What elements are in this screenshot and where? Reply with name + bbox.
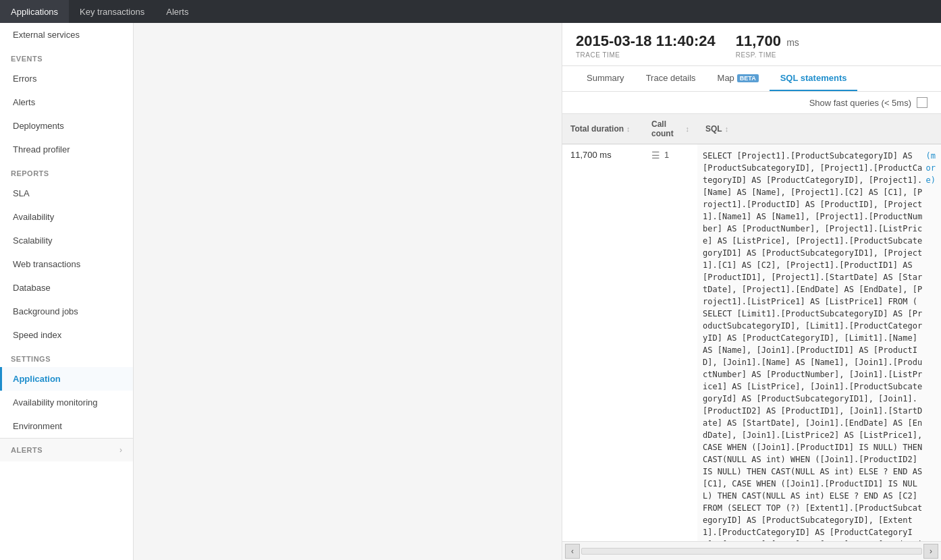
sidebar-item-web-transactions[interactable]: Web transactions bbox=[0, 252, 133, 276]
sidebar-item-thread-profiler[interactable]: Thread profiler bbox=[0, 138, 133, 161]
sidebar-alerts-toggle[interactable]: ALERTS › bbox=[0, 438, 133, 461]
sidebar-item-availability-monitoring[interactable]: Availability monitoring bbox=[0, 391, 133, 414]
resp-time-value: 11,700 ms bbox=[736, 32, 799, 50]
trace-time-block: 2015-03-18 11:40:24 TRACE TIME bbox=[576, 32, 716, 59]
nav-alerts[interactable]: Alerts bbox=[155, 0, 199, 23]
cell-sql: SELECT [Project1].[ProductSubcategoryID]… bbox=[697, 144, 941, 541]
sidebar-item-environment[interactable]: Environment bbox=[0, 414, 133, 438]
sidebar-item-alerts[interactable]: Alerts bbox=[0, 90, 133, 114]
nav-applications[interactable]: Applications bbox=[0, 0, 69, 23]
sidebar-section-events: EVENTS bbox=[0, 47, 133, 67]
sql-text: SELECT [Project1].[ProductSubcategoryID]… bbox=[703, 150, 926, 541]
sidebar-item-external-services[interactable]: External services bbox=[0, 23, 133, 47]
tabs-bar: Summary Trace details Map BETA SQL state… bbox=[562, 66, 941, 92]
sidebar-item-database[interactable]: Database bbox=[0, 276, 133, 300]
resp-time-block: 11,700 ms RESP. TIME bbox=[736, 32, 799, 59]
sidebar-item-background-jobs[interactable]: Background jobs bbox=[0, 300, 133, 323]
show-fast-queries-bar: Show fast queries (< 5ms) bbox=[562, 92, 941, 114]
horizontal-scrollbar: ‹ › bbox=[562, 541, 941, 560]
sql-table-body: 11,700 ms ☰ 1 SELECT [Project1].[Product… bbox=[562, 144, 941, 541]
sidebar-item-speed-index[interactable]: Speed index bbox=[0, 323, 133, 347]
tab-trace-details[interactable]: Trace details bbox=[635, 66, 707, 91]
sort-icon-calls: ↕ bbox=[686, 125, 690, 133]
calls-value: 1 bbox=[664, 150, 669, 160]
sql-table-area: Show fast queries (< 5ms) Total duration… bbox=[562, 92, 941, 560]
sort-icon-sql: ↕ bbox=[725, 125, 729, 133]
beta-badge: BETA bbox=[737, 74, 759, 82]
sidebar-item-errors[interactable]: Errors bbox=[0, 67, 133, 90]
content-area: 2015-03-18 11:40:24 TRACE TIME 11,700 ms… bbox=[562, 23, 941, 560]
main-layout: External services EVENTS Errors Alerts D… bbox=[0, 23, 941, 560]
sql-table-header: Total duration ↕ Call count ↕ SQL ↕ bbox=[562, 114, 941, 144]
top-navigation: Applications Key transactions Alerts bbox=[0, 0, 941, 23]
trace-time-value: 2015-03-18 11:40:24 bbox=[576, 32, 716, 50]
col-header-sql: SQL ↕ bbox=[697, 114, 941, 144]
tab-summary[interactable]: Summary bbox=[576, 66, 635, 91]
timeline-area bbox=[134, 23, 562, 560]
trace-time-label: TRACE TIME bbox=[576, 51, 716, 59]
trace-header: 2015-03-18 11:40:24 TRACE TIME 11,700 ms… bbox=[562, 23, 941, 66]
sidebar: External services EVENTS Errors Alerts D… bbox=[0, 23, 134, 560]
sidebar-section-reports: REPORTS bbox=[0, 161, 133, 181]
cell-calls: ☰ 1 bbox=[643, 144, 697, 541]
detail-panel: 2015-03-18 11:40:24 TRACE TIME 11,700 ms… bbox=[562, 23, 941, 560]
sidebar-item-sla[interactable]: SLA bbox=[0, 181, 133, 205]
show-fast-queries-label: Show fast queries (< 5ms) bbox=[809, 98, 911, 108]
sidebar-item-scalability[interactable]: Scalability bbox=[0, 229, 133, 252]
cell-duration: 11,700 ms bbox=[562, 144, 643, 541]
sidebar-alerts-label: ALERTS bbox=[11, 446, 43, 454]
scroll-right-button[interactable]: › bbox=[923, 544, 938, 559]
sidebar-item-deployments[interactable]: Deployments bbox=[0, 114, 133, 138]
col-header-calls[interactable]: Call count ↕ bbox=[643, 114, 697, 144]
more-link[interactable]: (more) bbox=[926, 150, 936, 186]
sidebar-item-availability[interactable]: Availability bbox=[0, 205, 133, 229]
table-icon: ☰ bbox=[651, 150, 660, 161]
sort-icon-duration: ↕ bbox=[626, 125, 630, 133]
tab-sql-statements[interactable]: SQL statements bbox=[770, 66, 858, 91]
show-fast-queries-checkbox[interactable] bbox=[917, 97, 927, 108]
tab-map[interactable]: Map BETA bbox=[707, 66, 770, 91]
sidebar-item-application[interactable]: Application bbox=[0, 367, 133, 391]
sql-table: Total duration ↕ Call count ↕ SQL ↕ bbox=[562, 114, 941, 541]
scroll-left-button[interactable]: ‹ bbox=[565, 544, 580, 559]
resp-time-label: RESP. TIME bbox=[736, 51, 799, 59]
nav-key-transactions[interactable]: Key transactions bbox=[69, 0, 155, 23]
sidebar-section-settings: SETTINGS bbox=[0, 347, 133, 367]
scroll-track[interactable] bbox=[581, 548, 922, 555]
resp-time-unit: ms bbox=[786, 37, 799, 48]
chevron-right-icon: › bbox=[119, 445, 122, 455]
col-header-duration[interactable]: Total duration ↕ bbox=[562, 114, 643, 144]
table-row: 11,700 ms ☰ 1 SELECT [Project1].[Product… bbox=[562, 144, 941, 541]
